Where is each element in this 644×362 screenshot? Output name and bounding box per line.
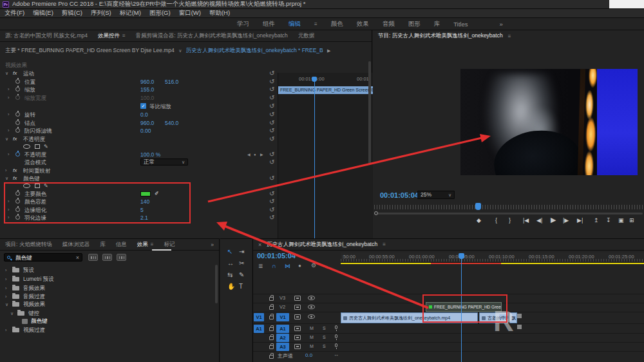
- workspace-libraries[interactable]: 库: [434, 20, 440, 28]
- reset-icon[interactable]: ↺: [269, 78, 274, 86]
- source-patch-v1[interactable]: V1: [254, 313, 264, 321]
- uniform-scale-checkbox[interactable]: ✓: [140, 103, 146, 109]
- key-color-swatch[interactable]: [140, 191, 151, 196]
- mute-button[interactable]: M: [310, 326, 314, 330]
- twirl-open-icon[interactable]: ∨: [5, 175, 8, 182]
- stopwatch-icon[interactable]: [15, 87, 20, 91]
- anchor-x-value[interactable]: 960.0: [140, 119, 154, 127]
- tab-markers[interactable]: 标记: [164, 241, 175, 249]
- sync-lock-icon[interactable]: [294, 296, 301, 301]
- lock-icon[interactable]: [269, 316, 274, 319]
- menu-clip[interactable]: 剪辑(C): [62, 9, 82, 17]
- workspace-graphics[interactable]: 图形: [408, 20, 421, 28]
- window-controls-area[interactable]: [609, 0, 644, 8]
- clear-search-icon[interactable]: ×: [76, 254, 79, 262]
- menu-graphics[interactable]: 图形(G): [149, 9, 171, 17]
- tree-scrollbar[interactable]: [215, 265, 218, 303]
- stopwatch-icon[interactable]: [15, 215, 20, 220]
- ellipse-mask-icon[interactable]: [23, 144, 30, 149]
- export-frame-button[interactable]: ▣: [618, 216, 624, 225]
- rect-mask-icon[interactable]: [35, 144, 40, 149]
- twirl-closed-icon[interactable]: ›: [8, 94, 9, 102]
- edge-thin-value[interactable]: 5: [140, 206, 144, 214]
- reset-icon[interactable]: ↺: [269, 127, 274, 135]
- program-timecode[interactable]: 00:01:05:04: [380, 191, 419, 199]
- blend-mode-dropdown[interactable]: 正常 ∨: [140, 158, 188, 166]
- ec-clip-bar[interactable]: FREE_BURNING PAPER_HD Green Screen B: [278, 86, 373, 94]
- slip-tool[interactable]: ⇆: [227, 271, 232, 278]
- twirl-closed-icon[interactable]: ›: [5, 275, 6, 283]
- twirl-closed-icon[interactable]: ›: [8, 111, 9, 119]
- ellipse-mask-icon[interactable]: [23, 184, 30, 188]
- effect-row-opacity[interactable]: ∨ fx 不透明度 ↺: [0, 135, 277, 143]
- program-scrub-bar[interactable]: [374, 205, 643, 209]
- stopwatch-icon[interactable]: [15, 199, 20, 204]
- menu-help[interactable]: 帮助(H): [209, 9, 230, 17]
- tree-item-color-key[interactable]: 颜色键: [0, 317, 213, 325]
- stopwatch-icon[interactable]: [15, 120, 20, 125]
- reset-icon[interactable]: ↺: [269, 135, 274, 143]
- selection-tool[interactable]: ↖: [227, 248, 232, 255]
- menu-edit[interactable]: 编辑(E): [33, 9, 53, 17]
- lock-icon[interactable]: [269, 355, 274, 359]
- twirl-closed-icon[interactable]: ›: [5, 167, 6, 175]
- master-gain-value[interactable]: 0.0: [305, 352, 312, 358]
- menu-file[interactable]: 文件(F): [5, 9, 24, 17]
- antiflicker-value[interactable]: 0.00: [140, 127, 151, 135]
- program-scroll-knob[interactable]: [374, 211, 378, 215]
- tree-item-lumetri-presets[interactable]: › Lumetri 预设: [0, 275, 213, 283]
- 32bit-effects-badge[interactable]: [102, 254, 112, 261]
- tree-item-video-transitions[interactable]: › 视频过渡: [0, 326, 213, 334]
- razor-tool[interactable]: ✂: [239, 260, 244, 267]
- panel-overflow-chevron[interactable]: »: [211, 242, 214, 248]
- reset-icon[interactable]: ↺: [269, 111, 274, 119]
- effects-search-box[interactable]: 颜色键 ×: [4, 253, 82, 262]
- workspace-learning[interactable]: 学习: [237, 20, 249, 28]
- reset-icon[interactable]: ↺: [269, 119, 274, 127]
- track-target-a3[interactable]: A3: [276, 343, 289, 351]
- lift-button[interactable]: ↥: [594, 216, 599, 225]
- workspace-menu-icon[interactable]: ≡: [314, 21, 317, 27]
- clip-v2-burning-paper[interactable]: FREE_BURNING PAPER_HD Green Scr: [426, 302, 502, 312]
- timeline-settings-icon[interactable]: ⚙: [311, 262, 316, 269]
- lock-icon[interactable]: [269, 336, 274, 340]
- solo-button[interactable]: S: [323, 326, 326, 330]
- tree-item-audio-effects[interactable]: › 音频效果: [0, 284, 213, 292]
- mark-in-button[interactable]: {: [495, 216, 497, 225]
- panel-menu-icon[interactable]: ≡: [383, 242, 386, 247]
- next-keyframe-icon[interactable]: ▶: [260, 151, 263, 158]
- tolerance-value[interactable]: 140: [140, 198, 149, 205]
- workspace-overflow-chevron[interactable]: »: [500, 21, 503, 28]
- voiceover-mic-icon[interactable]: [335, 325, 337, 329]
- tab-metadata[interactable]: 元数据: [298, 32, 315, 40]
- reset-icon[interactable]: ↺: [269, 70, 274, 77]
- reset-icon[interactable]: ↺: [269, 175, 274, 182]
- reset-icon[interactable]: ↺: [269, 198, 274, 205]
- twirl-closed-icon[interactable]: ›: [5, 266, 6, 274]
- twirl-closed-icon[interactable]: ›: [5, 326, 6, 334]
- twirl-closed-icon[interactable]: ›: [8, 86, 9, 93]
- voiceover-mic-icon[interactable]: [335, 343, 337, 347]
- pen-mask-icon[interactable]: ✎: [44, 143, 48, 151]
- panel-menu-icon[interactable]: ≡: [122, 33, 126, 39]
- mute-button[interactable]: M: [310, 344, 314, 348]
- track-target-a2[interactable]: A2: [276, 334, 289, 342]
- lock-icon[interactable]: [269, 327, 274, 331]
- mute-button[interactable]: M: [310, 335, 314, 339]
- twirl-closed-icon[interactable]: ›: [8, 151, 9, 158]
- marker-icon[interactable]: ●: [298, 263, 301, 269]
- accelerated-effects-badge[interactable]: [88, 254, 98, 261]
- pen-mask-icon[interactable]: ✎: [44, 182, 48, 190]
- anchor-y-value[interactable]: 540.0: [165, 119, 178, 127]
- track-label-v2[interactable]: V2: [279, 304, 285, 310]
- ec-playhead-line[interactable]: [314, 81, 315, 257]
- step-forward-button[interactable]: |▶: [563, 216, 569, 225]
- clip-v1-sword-dance[interactable]: 历史古人舞剑武术唯美飘逸练剑_onekeybatch.mp4: [341, 312, 478, 323]
- program-zoom-scrollbar[interactable]: [374, 213, 643, 214]
- opacity-value[interactable]: 100.0 %: [140, 151, 160, 158]
- add-keyframe-icon[interactable]: ●: [254, 151, 256, 158]
- position-x-value[interactable]: 960.0: [140, 78, 154, 86]
- stopwatch-icon[interactable]: [15, 112, 20, 117]
- lock-icon[interactable]: [269, 297, 274, 301]
- close-tab-icon[interactable]: ×: [258, 242, 261, 248]
